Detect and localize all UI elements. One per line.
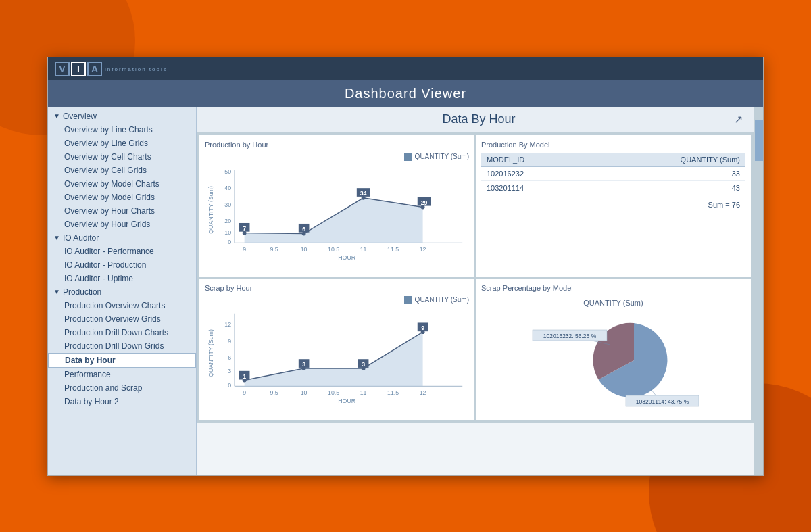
svg-text:11.5: 11.5 bbox=[387, 389, 399, 396]
svg-text:3: 3 bbox=[362, 360, 365, 367]
logo-subtitle: information tools bbox=[105, 66, 168, 72]
production-by-hour-panel: Production by Hour QUANTITY (Sum) bbox=[199, 135, 474, 277]
svg-text:50: 50 bbox=[224, 168, 231, 174]
expand-icon: ▼ bbox=[53, 112, 60, 120]
content-header: Data By Hour ↗ bbox=[197, 107, 754, 132]
scrap-pct-panel: Scrap Percentage by Model QUANTITY (Sum) bbox=[476, 279, 751, 420]
production-by-model-title: Production By Model bbox=[481, 141, 745, 149]
svg-text:9: 9 bbox=[228, 337, 231, 344]
logo-v: V bbox=[55, 62, 70, 76]
production-legend-label: QUANTITY (Sum) bbox=[415, 153, 469, 160]
svg-text:10: 10 bbox=[301, 246, 308, 253]
logo-bar: V I A information tools bbox=[48, 57, 763, 80]
svg-text:34: 34 bbox=[360, 189, 367, 196]
scrap-legend-label: QUANTITY (Sum) bbox=[415, 296, 469, 304]
svg-text:103201114: 43.75 %: 103201114: 43.75 % bbox=[635, 398, 689, 405]
svg-text:29: 29 bbox=[421, 199, 428, 205]
sidebar-item-production-drill-down-charts[interactable]: Production Drill Down Charts bbox=[48, 326, 196, 339]
model-id-header: MODEL_ID bbox=[481, 153, 589, 167]
production-by-hour-chart: 50 40 30 20 10 0 9 9.5 10 10.5 bbox=[205, 164, 469, 272]
scrap-legend: QUANTITY (Sum) bbox=[205, 296, 469, 304]
expand-icon: ▼ bbox=[53, 288, 60, 295]
svg-text:20: 20 bbox=[224, 217, 231, 224]
svg-text:102016232: 56.25 %: 102016232: 56.25 % bbox=[543, 333, 596, 339]
sidebar-item-data-by-hour-2[interactable]: Data by Hour 2 bbox=[48, 395, 196, 408]
sidebar-item-overview-by-hour-grids[interactable]: Overview by Hour Grids bbox=[48, 218, 196, 231]
content-area: Data By Hour ↗ Production by Hour QUANTI… bbox=[197, 107, 754, 475]
export-icon[interactable]: ↗ bbox=[734, 113, 743, 126]
svg-text:9.5: 9.5 bbox=[270, 246, 278, 253]
scrollbar-thumb[interactable] bbox=[755, 120, 763, 161]
sidebar-item-io-auditor---performance[interactable]: IO Auditor - Performance bbox=[48, 245, 196, 258]
svg-text:QUANTITY (Sum): QUANTITY (Sum) bbox=[207, 186, 214, 234]
svg-text:7: 7 bbox=[243, 224, 246, 231]
table-row: 10320111443 bbox=[481, 180, 745, 195]
production-model-table: MODEL_ID QUANTITY (Sum) 1020162323310320… bbox=[481, 153, 745, 195]
svg-text:12: 12 bbox=[420, 389, 426, 396]
logo-a: A bbox=[87, 62, 102, 76]
legend-box bbox=[404, 153, 412, 161]
svg-text:12: 12 bbox=[224, 321, 231, 328]
sidebar-item-overview-by-line-grids[interactable]: Overview by Line Grids bbox=[48, 137, 196, 150]
sidebar-item-overview-by-model-charts[interactable]: Overview by Model Charts bbox=[48, 177, 196, 191]
sidebar-item-overview-by-line-charts[interactable]: Overview by Line Charts bbox=[48, 123, 196, 137]
sidebar: ▼ OverviewOverview by Line ChartsOvervie… bbox=[48, 107, 197, 475]
sidebar-item-overview-by-hour-charts[interactable]: Overview by Hour Charts bbox=[48, 204, 196, 218]
scrap-by-hour-panel: Scrap by Hour QUANTITY (Sum) 12 9 6 bbox=[199, 279, 474, 420]
sidebar-group-io-auditor[interactable]: ▼ IO Auditor bbox=[48, 231, 196, 245]
qty-header: QUANTITY (Sum) bbox=[589, 153, 745, 167]
sidebar-item-production-overview-charts[interactable]: Production Overview Charts bbox=[48, 299, 196, 312]
sidebar-group-overview[interactable]: ▼ Overview bbox=[48, 110, 196, 123]
scrap-pct-title: Scrap Percentage by Model bbox=[481, 284, 745, 292]
svg-text:6: 6 bbox=[302, 225, 305, 232]
app-header: Dashboard Viewer bbox=[48, 80, 763, 107]
production-legend: QUANTITY (Sum) bbox=[205, 153, 469, 161]
svg-marker-46 bbox=[245, 332, 423, 386]
svg-text:6: 6 bbox=[228, 354, 231, 361]
charts-grid: Production by Hour QUANTITY (Sum) bbox=[197, 132, 754, 423]
production-by-hour-title: Production by Hour bbox=[205, 141, 469, 149]
svg-text:11.5: 11.5 bbox=[387, 246, 399, 253]
svg-text:11: 11 bbox=[360, 389, 367, 396]
svg-text:1: 1 bbox=[243, 372, 246, 379]
scrap-by-hour-title: Scrap by Hour bbox=[205, 284, 469, 292]
scrap-by-hour-chart: 12 9 6 3 0 9 9.5 10 10.5 11 11.5 bbox=[205, 307, 469, 415]
sidebar-item-performance[interactable]: Performance bbox=[48, 368, 196, 381]
scrap-legend-box bbox=[404, 296, 412, 304]
svg-text:9.5: 9.5 bbox=[270, 389, 278, 396]
sidebar-item-overview-by-cell-grids[interactable]: Overview by Cell Grids bbox=[48, 164, 196, 177]
sidebar-item-production-drill-down-grids[interactable]: Production Drill Down Grids bbox=[48, 339, 196, 353]
sidebar-item-overview-by-model-grids[interactable]: Overview by Model Grids bbox=[48, 191, 196, 204]
sidebar-item-production-overview-grids[interactable]: Production Overview Grids bbox=[48, 312, 196, 326]
sidebar-item-io-auditor---production[interactable]: IO Auditor - Production bbox=[48, 258, 196, 272]
scrollbar[interactable] bbox=[754, 107, 763, 475]
svg-text:10.5: 10.5 bbox=[328, 246, 339, 253]
svg-text:9: 9 bbox=[421, 324, 424, 331]
main-layout: ▼ OverviewOverview by Line ChartsOvervie… bbox=[48, 107, 763, 475]
svg-text:30: 30 bbox=[224, 201, 231, 208]
app-window: V I A information tools Dashboard Viewer… bbox=[47, 57, 764, 476]
svg-text:3: 3 bbox=[302, 360, 305, 367]
svg-text:9: 9 bbox=[243, 246, 246, 253]
expand-icon: ▼ bbox=[53, 234, 60, 241]
qty-cell: 33 bbox=[589, 166, 745, 180]
sidebar-item-overview-by-cell-charts[interactable]: Overview by Cell Charts bbox=[48, 150, 196, 164]
logo-i: I bbox=[71, 62, 86, 76]
app-title: Dashboard Viewer bbox=[345, 86, 466, 101]
svg-text:10: 10 bbox=[224, 228, 231, 235]
table-row: 10201623233 bbox=[481, 166, 745, 180]
sidebar-item-production-and-scrap[interactable]: Production and Scrap bbox=[48, 381, 196, 395]
model-id-cell: 103201114 bbox=[481, 180, 589, 195]
qty-cell: 43 bbox=[589, 180, 745, 195]
sidebar-item-data-by-hour[interactable]: Data by Hour bbox=[48, 353, 196, 368]
svg-text:HOUR: HOUR bbox=[338, 397, 355, 404]
svg-text:QUANTITY (Sum): QUANTITY (Sum) bbox=[207, 329, 214, 377]
svg-text:HOUR: HOUR bbox=[338, 253, 355, 260]
svg-text:0: 0 bbox=[228, 239, 231, 245]
production-by-model-panel: Production By Model MODEL_ID QUANTITY (S… bbox=[476, 135, 751, 277]
table-sum: Sum = 76 bbox=[481, 201, 745, 209]
svg-text:12: 12 bbox=[420, 246, 426, 253]
sidebar-item-io-auditor---uptime[interactable]: IO Auditor - Uptime bbox=[48, 272, 196, 285]
content-title: Data By Hour bbox=[224, 112, 734, 126]
sidebar-group-production[interactable]: ▼ Production bbox=[48, 285, 196, 299]
